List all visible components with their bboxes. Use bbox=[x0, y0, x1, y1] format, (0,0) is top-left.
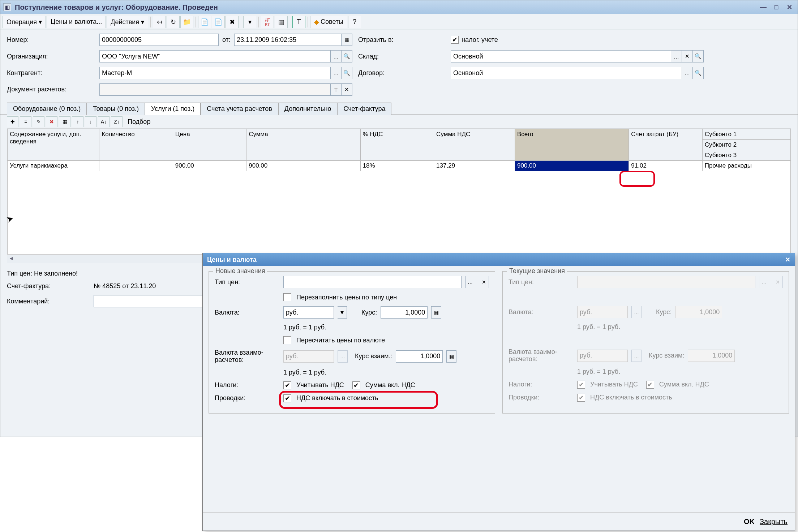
tip-cen-input-n[interactable] bbox=[283, 276, 462, 288]
tab-services[interactable]: Услуги (1 поз.) bbox=[145, 103, 201, 115]
dialog-footer: OK Закрыть bbox=[203, 512, 795, 531]
col-vatsum[interactable]: Сумма НДС bbox=[434, 129, 515, 161]
tab-invoice[interactable]: Счет-фактура bbox=[337, 103, 391, 115]
grid-add-icon[interactable]: ✚ bbox=[7, 116, 18, 127]
cell-qty[interactable] bbox=[99, 161, 173, 171]
advice-button[interactable]: ◆ Советы bbox=[310, 16, 347, 28]
sklad-ellipsis-icon[interactable]: … bbox=[671, 50, 682, 62]
docras-clear-icon[interactable]: ✕ bbox=[342, 83, 352, 96]
dialog-close-icon[interactable]: ✕ bbox=[785, 256, 790, 264]
recalc-label: Пересчитать цены по валюте bbox=[296, 337, 385, 344]
valuta-label-c: Валюта: bbox=[509, 308, 574, 316]
valuta-dd-icon[interactable]: ▾ bbox=[338, 306, 347, 319]
tab-goods[interactable]: Товары (0 поз.) bbox=[87, 103, 145, 115]
cell-service[interactable]: Услуги парикмахера bbox=[8, 161, 99, 171]
col-sub2[interactable]: Субконто 2 bbox=[702, 140, 790, 150]
tax2-checkbox-n[interactable]: ✔ bbox=[352, 381, 360, 389]
cell-total[interactable]: 900,00 bbox=[515, 161, 628, 171]
cell-sub1[interactable]: Прочие расходы bbox=[702, 161, 790, 171]
docx-icon[interactable]: ✖ bbox=[226, 16, 239, 28]
docras-t-icon[interactable]: T bbox=[331, 83, 342, 96]
close-button-dialog[interactable]: Закрыть bbox=[760, 518, 788, 526]
refresh-icon[interactable]: ↻ bbox=[167, 16, 180, 28]
col-sum[interactable]: Сумма bbox=[246, 129, 360, 161]
operation-menu[interactable]: Операция ▾ bbox=[3, 16, 46, 28]
maximize-button[interactable]: □ bbox=[771, 3, 782, 12]
cell-vatp[interactable]: 18% bbox=[360, 161, 434, 171]
org-input[interactable] bbox=[99, 50, 331, 62]
col-sub1[interactable]: Субконто 1 bbox=[702, 129, 790, 140]
sklad-search-icon[interactable]: 🔍 bbox=[693, 50, 704, 62]
col-service[interactable]: Содержание услуги, доп. сведения bbox=[8, 129, 99, 161]
calendar-icon[interactable]: ▦ bbox=[342, 34, 352, 46]
minimize-button[interactable]: — bbox=[758, 3, 769, 12]
contr-input[interactable] bbox=[99, 67, 331, 79]
grid-down-icon[interactable]: ↓ bbox=[85, 116, 96, 127]
number-input[interactable] bbox=[99, 34, 219, 46]
valuta-input-n[interactable]: руб. bbox=[283, 306, 334, 319]
tip-cen-ellipsis-icon[interactable]: … bbox=[465, 276, 475, 288]
titlebar: ◧ Поступление товаров и услуг: Оборудова… bbox=[0, 0, 798, 14]
folder-icon[interactable]: 📁 bbox=[180, 16, 193, 28]
kursvz-calc-icon[interactable]: ▦ bbox=[446, 350, 456, 363]
col-qty[interactable]: Количество bbox=[99, 129, 173, 161]
refill-checkbox[interactable] bbox=[283, 293, 291, 301]
col-vatp[interactable]: % НДС bbox=[360, 129, 434, 161]
dogovor-ellipsis-icon[interactable]: … bbox=[682, 67, 693, 79]
tax1-checkbox-n[interactable]: ✔ bbox=[283, 381, 291, 389]
cell-sum[interactable]: 900,00 bbox=[246, 161, 360, 171]
ok-button[interactable]: OK bbox=[744, 518, 755, 526]
doc2-icon[interactable]: 📄 bbox=[212, 16, 225, 28]
col-total[interactable]: Всего bbox=[515, 129, 628, 161]
cell-price[interactable]: 900,00 bbox=[173, 161, 246, 171]
dogovor-input[interactable] bbox=[451, 67, 682, 79]
tab-equipment[interactable]: Оборудование (0 поз.) bbox=[7, 103, 87, 115]
podbor-button[interactable]: Подбор bbox=[128, 118, 150, 126]
cell-vatsum[interactable]: 137,29 bbox=[434, 161, 515, 171]
kursvz-input-n[interactable]: 1,0000 bbox=[396, 350, 443, 363]
kurs-input-n[interactable]: 1,0000 bbox=[381, 306, 428, 319]
tab-additional[interactable]: Дополнительно bbox=[278, 103, 338, 115]
grid-add2-icon[interactable]: ≡ bbox=[20, 116, 31, 127]
grid-edit-icon[interactable]: ✎ bbox=[33, 116, 44, 127]
contr-ellipsis-icon[interactable]: … bbox=[331, 67, 342, 79]
prov-checkbox-n[interactable]: ✔ bbox=[283, 394, 291, 402]
grid-sort1-icon[interactable]: A↓ bbox=[98, 116, 110, 127]
docras-input[interactable] bbox=[99, 83, 331, 96]
date-input[interactable] bbox=[234, 34, 342, 46]
report-icon[interactable]: ▦ bbox=[275, 16, 288, 28]
grid-sort2-icon[interactable]: Z↓ bbox=[111, 116, 123, 127]
recalc-checkbox[interactable] bbox=[283, 336, 291, 344]
col-acct[interactable]: Счет затрат (БУ) bbox=[629, 129, 702, 161]
actions-menu[interactable]: Действия ▾ bbox=[107, 16, 148, 28]
grid-copy-icon[interactable]: ▦ bbox=[59, 116, 70, 127]
vzaim-ellipsis-icon: … bbox=[338, 350, 348, 363]
col-sub3[interactable]: Субконто 3 bbox=[702, 150, 790, 161]
tax1-label-c: Учитывать НДС bbox=[590, 381, 638, 388]
grid-up-icon[interactable]: ↑ bbox=[72, 116, 83, 127]
doc1-icon[interactable]: 📄 bbox=[198, 16, 211, 28]
contr-search-icon[interactable]: 🔍 bbox=[342, 67, 352, 79]
dtkt-icon[interactable]: ДтКт bbox=[261, 16, 274, 28]
table-row[interactable]: Услуги парикмахера 900,00 900,00 18% 137… bbox=[8, 161, 791, 171]
grid-del-icon[interactable]: ✖ bbox=[46, 116, 57, 127]
comment-label: Комментарий: bbox=[7, 298, 94, 305]
doc-dd-icon[interactable]: ▾ bbox=[243, 16, 256, 28]
tab-accounts[interactable]: Счета учета расчетов bbox=[201, 103, 278, 115]
org-search-icon[interactable]: 🔍 bbox=[342, 50, 352, 62]
sklad-input[interactable] bbox=[451, 50, 671, 62]
dogovor-search-icon[interactable]: 🔍 bbox=[693, 67, 704, 79]
org-ellipsis-icon[interactable]: … bbox=[331, 50, 342, 62]
tax1-label-n: Учитывать НДС bbox=[296, 381, 344, 389]
tt-icon[interactable]: T bbox=[292, 16, 305, 28]
nav-back-icon[interactable]: ↤ bbox=[153, 16, 166, 28]
kurs-calc-icon[interactable]: ▦ bbox=[431, 306, 441, 319]
help-icon[interactable]: ? bbox=[348, 16, 361, 28]
close-button[interactable]: ✕ bbox=[784, 3, 795, 12]
prices-currency-button[interactable]: Цены и валюта... bbox=[47, 16, 106, 28]
sklad-clear-icon[interactable]: ✕ bbox=[682, 50, 693, 62]
col-price[interactable]: Цена bbox=[173, 129, 246, 161]
cell-acct[interactable]: 91.02 bbox=[629, 161, 702, 171]
tip-cen-clear-icon[interactable]: ✕ bbox=[479, 276, 489, 288]
reflect-checkbox[interactable]: ✔ bbox=[451, 36, 459, 44]
